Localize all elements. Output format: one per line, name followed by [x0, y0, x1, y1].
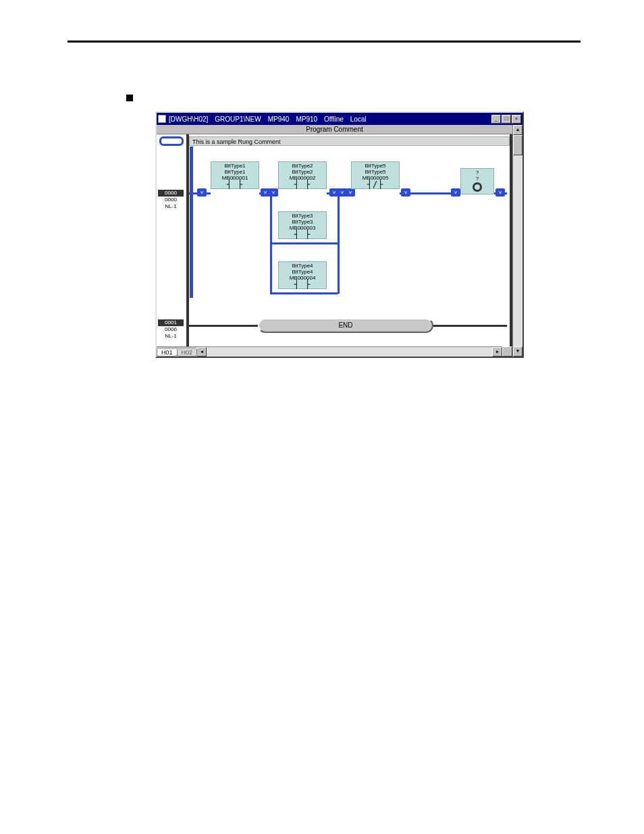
contact-symbol: ┤ ├	[280, 232, 325, 238]
output-coil[interactable]: ? ?	[460, 168, 494, 194]
node-tag[interactable]: v	[401, 188, 410, 197]
tab-bar: H01 H02	[157, 346, 196, 357]
scroll-corner	[502, 346, 512, 357]
rung1-info: 0001 0006 NL-1	[158, 319, 184, 340]
app-icon	[158, 115, 166, 123]
node-tag[interactable]: v	[346, 188, 355, 197]
end-instruction[interactable]: END	[258, 318, 433, 333]
title-text: [DWGH\H02] GROUP1\NEW MP940 MP910 Offlin…	[169, 115, 489, 123]
wire	[433, 325, 507, 327]
elem-name2: BitType5	[353, 169, 398, 175]
elem-name2: BitType2	[280, 169, 325, 175]
contact-no-3[interactable]: BitType3 BitType3 MB000003 ┤ ├	[278, 211, 327, 239]
elem-name1: BitType2	[280, 163, 325, 169]
ladder-editor-window: [DWGH\H02] GROUP1\NEW MP940 MP910 Offlin…	[155, 111, 524, 358]
maximize-button[interactable]: □	[502, 115, 511, 124]
title-doc: [DWGH\H02]	[169, 115, 208, 123]
elem-name1: BitType1	[213, 163, 257, 169]
scroll-down-button[interactable]: ▾	[513, 346, 522, 357]
elem-name1: BitType3	[280, 213, 325, 219]
title-bar[interactable]: [DWGH\H02] GROUP1\NEW MP940 MP910 Offlin…	[157, 113, 522, 125]
contact-symbol: ┤ ├	[213, 182, 257, 188]
scroll-up-button[interactable]: ▴	[513, 125, 522, 135]
elem-name2: BitType1	[213, 169, 257, 175]
hscroll-track[interactable]	[207, 347, 492, 357]
program-comment-header: Program Comment	[157, 125, 512, 134]
coil-q2: ?	[462, 176, 492, 182]
title-model2: MP910	[296, 115, 317, 123]
page-divider	[68, 41, 581, 43]
contact-no-2[interactable]: BitType2 BitType2 MB000002 ┤ ├	[278, 161, 327, 189]
elem-name2: BitType3	[280, 219, 325, 225]
bullet-icon	[126, 95, 133, 101]
horizontal-scrollbar[interactable]: ◂ ▸	[196, 346, 502, 357]
vertical-scrollbar[interactable]: ▴ ▾	[512, 125, 522, 357]
title-mode: Offline	[324, 115, 344, 123]
rung-cursor[interactable]	[159, 136, 184, 146]
rung0-nl: NL-1	[165, 203, 176, 209]
left-power-rail	[186, 134, 189, 346]
rung1-nl: NL-1	[165, 333, 176, 339]
rung-comment[interactable]: This is a sample Rung Comment	[189, 136, 510, 146]
title-group: GROUP1\NEW	[215, 115, 261, 123]
ladder-canvas[interactable]: This is a sample Rung Comment 0000 0000 …	[157, 134, 512, 346]
contact-symbol: ┤ ├	[280, 282, 325, 288]
rung-selection-bar[interactable]	[190, 147, 193, 298]
rung1-badge: 0001	[158, 319, 184, 326]
contact-no-1[interactable]: BitType1 BitType1 MB000001 ┤ ├	[211, 161, 259, 189]
coil-q1: ?	[462, 170, 492, 176]
elem-name1: BitType4	[280, 263, 325, 269]
tab-h01[interactable]: H01	[157, 349, 178, 357]
contact-no-4[interactable]: BitType4 BitType4 MB000004 ┤ ├	[278, 261, 327, 289]
close-button[interactable]: ×	[512, 115, 521, 124]
contact-symbol: ┤/├	[353, 182, 398, 188]
rung1-addr: 0006	[165, 326, 177, 332]
contact-symbol: ┤ ├	[280, 182, 325, 188]
vscroll-thumb[interactable]	[513, 135, 522, 155]
node-tag[interactable]: v	[495, 188, 505, 197]
node-tag[interactable]: v	[451, 188, 460, 197]
tab-h02[interactable]: H02	[177, 349, 198, 357]
scroll-left-button[interactable]: ◂	[196, 347, 207, 357]
wire	[189, 325, 258, 327]
rung0-addr: 0000	[165, 197, 177, 203]
title-scope: Local	[350, 115, 367, 123]
elem-name1: BitType5	[353, 163, 398, 169]
rung0-badge: 0000	[158, 190, 184, 197]
scroll-right-button[interactable]: ▸	[492, 347, 502, 357]
wire	[270, 242, 338, 244]
wire	[270, 292, 338, 294]
title-model1: MP940	[268, 115, 290, 123]
minimize-button[interactable]: _	[491, 115, 501, 124]
rung0-info: 0000 0000 NL-1	[158, 190, 184, 210]
coil-symbol	[473, 182, 482, 192]
branch-wire-right	[338, 192, 340, 294]
elem-name2: BitType4	[280, 269, 325, 275]
node-tag[interactable]: v	[197, 188, 207, 197]
contact-nc-5[interactable]: BitType5 BitType5 MB000005 ┤/├	[351, 161, 400, 189]
